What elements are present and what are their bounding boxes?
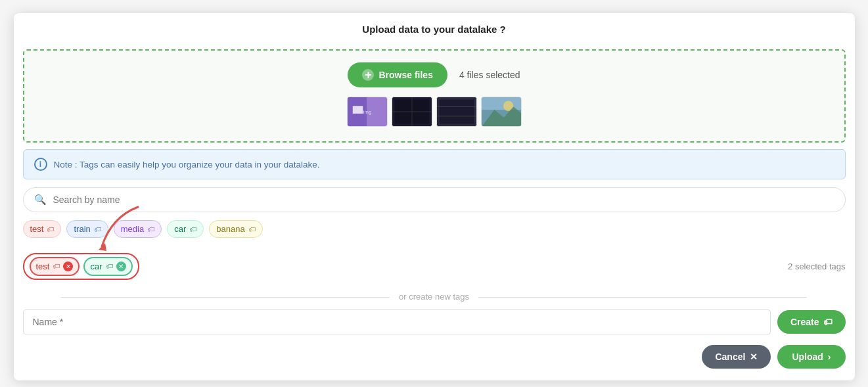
selected-tag-test-icon: 🏷 — [53, 262, 60, 270]
upload-chevron-icon: › — [828, 352, 831, 362]
tag-banana[interactable]: banana 🏷 — [209, 220, 262, 238]
svg-marker-16 — [99, 243, 106, 251]
create-label: Create — [790, 317, 819, 327]
divider-text: or create new tags — [399, 292, 469, 302]
tag-car-label: car — [174, 224, 186, 234]
create-row: Create 🏷 — [23, 309, 846, 334]
divider-create: or create new tags — [23, 292, 846, 302]
thumbnail-4 — [481, 97, 522, 127]
create-button[interactable]: Create 🏷 — [777, 310, 846, 334]
selected-count-label: 2 selected tags — [788, 262, 845, 271]
create-tag-icon: 🏷 — [823, 317, 833, 327]
cancel-x-icon: ✕ — [750, 352, 758, 362]
tag-media[interactable]: media 🏷 — [114, 220, 162, 238]
tag-test-icon: 🏷 — [47, 225, 54, 233]
tag-car-icon: 🏷 — [189, 225, 196, 233]
files-selected-text: 4 files selected — [459, 70, 520, 80]
selected-tag-car-label: car — [90, 262, 102, 271]
plus-icon: + — [362, 69, 374, 81]
tag-media-icon: 🏷 — [147, 225, 154, 233]
svg-rect-9 — [439, 100, 473, 124]
svg-rect-2 — [352, 106, 362, 114]
search-icon: 🔍 — [34, 194, 47, 206]
upload-dialog: Upload data to your datalake ? + Browse … — [14, 13, 855, 380]
upload-button[interactable]: Upload › — [777, 345, 845, 369]
cancel-label: Cancel — [715, 352, 745, 362]
selected-chips-group: test 🏷 ✕ car 🏷 ✕ — [23, 253, 139, 280]
thumbnail-1: img — [347, 97, 388, 127]
browse-files-label: Browse files — [378, 70, 432, 80]
tag-banana-icon: 🏷 — [248, 225, 256, 233]
footer-row: Cancel ✕ Upload › — [14, 334, 855, 380]
thumbnails-row: img — [347, 97, 522, 127]
tag-train[interactable]: train 🏷 — [66, 220, 108, 238]
thumbnail-3 — [436, 97, 477, 127]
cancel-button[interactable]: Cancel ✕ — [702, 345, 771, 369]
remove-tag-car-button[interactable]: ✕ — [116, 262, 126, 271]
info-icon: i — [34, 158, 47, 171]
available-tags-row: test 🏷 train 🏷 media 🏷 car 🏷 banana 🏷 — [23, 220, 846, 238]
tag-car[interactable]: car 🏷 — [167, 220, 204, 238]
tag-train-icon: 🏷 — [94, 225, 101, 233]
upload-label: Upload — [792, 352, 823, 362]
remove-tag-test-button[interactable]: ✕ — [63, 262, 73, 271]
create-name-input[interactable] — [23, 309, 771, 334]
upload-top-row: + Browse files 4 files selected — [348, 62, 520, 87]
tag-train-label: train — [74, 224, 90, 234]
upload-zone: + Browse files 4 files selected img — [23, 49, 846, 143]
note-text: Note : Tags can easily help you organize… — [54, 160, 320, 170]
search-input[interactable] — [53, 194, 834, 205]
dialog-title: Upload data to your datalake ? — [14, 13, 855, 43]
search-bar: 🔍 — [23, 187, 846, 212]
browse-files-button[interactable]: + Browse files — [348, 62, 447, 87]
tag-test-label: test — [30, 224, 44, 234]
tag-test[interactable]: test 🏷 — [23, 220, 62, 238]
svg-text:img: img — [363, 109, 371, 115]
note-bar: i Note : Tags can easily help you organi… — [23, 149, 846, 179]
selected-tag-test-label: test — [36, 262, 50, 271]
selected-tag-car[interactable]: car 🏷 ✕ — [83, 257, 132, 276]
thumbnail-2 — [392, 97, 432, 127]
selected-tag-test[interactable]: test 🏷 ✕ — [30, 257, 80, 276]
tag-banana-label: banana — [216, 224, 244, 234]
selected-tags-row: test 🏷 ✕ car 🏷 ✕ 2 selected tags — [23, 250, 846, 283]
selected-tag-car-icon: 🏷 — [106, 262, 113, 270]
tag-media-label: media — [121, 224, 144, 234]
